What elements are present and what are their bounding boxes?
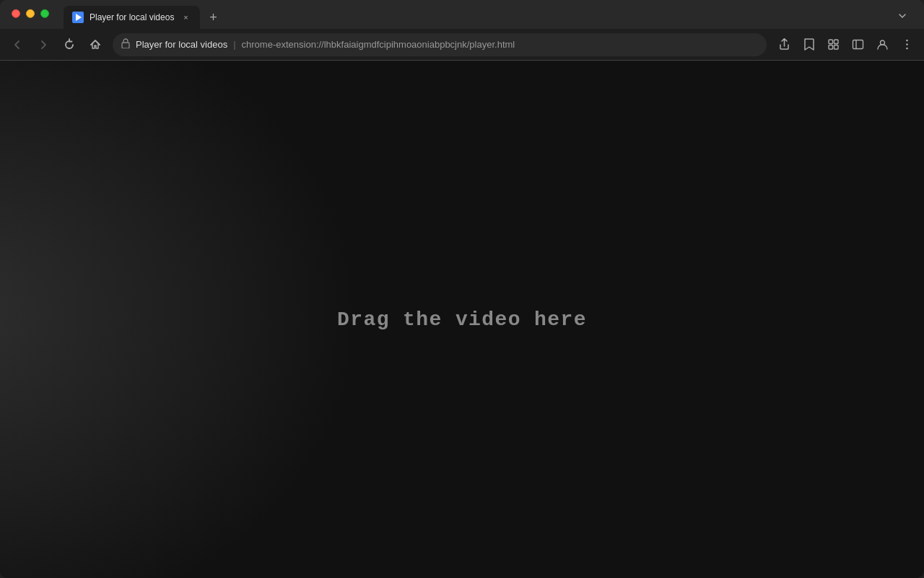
tab-title: Player for local videos — [90, 12, 174, 22]
drop-text: Drag the video here — [337, 309, 587, 331]
browser-frame: Player for local videos × + — [0, 0, 924, 578]
svg-rect-5 — [829, 46, 833, 50]
tab-bar-right — [892, 6, 918, 29]
address-bar[interactable]: Player for local videos | chrome-extensi… — [113, 33, 767, 56]
active-tab[interactable]: Player for local videos × — [64, 6, 200, 29]
nav-bar: Player for local videos | chrome-extensi… — [0, 29, 924, 61]
menu-button[interactable] — [895, 33, 918, 56]
svg-rect-3 — [829, 40, 833, 44]
svg-point-10 — [906, 40, 908, 42]
profile-button[interactable] — [871, 33, 894, 56]
svg-rect-2 — [122, 43, 129, 48]
tabs-container: Player for local videos × + — [64, 4, 223, 29]
svg-rect-7 — [853, 40, 863, 49]
address-divider: | — [233, 39, 235, 50]
svg-point-11 — [906, 43, 908, 46]
sidebar-button[interactable] — [846, 33, 869, 56]
tab-favicon — [72, 12, 84, 23]
share-button[interactable] — [772, 33, 796, 56]
forward-button[interactable] — [32, 33, 55, 56]
content-area: Drag the video here — [0, 61, 924, 578]
maximize-button[interactable] — [40, 9, 49, 18]
lock-icon — [121, 38, 130, 51]
window-controls — [6, 9, 55, 18]
search-tabs-button[interactable] — [892, 6, 912, 26]
bookmark-button[interactable] — [797, 33, 820, 56]
svg-rect-6 — [834, 46, 838, 50]
new-tab-button[interactable]: + — [203, 7, 223, 27]
close-button[interactable] — [12, 9, 20, 18]
back-button[interactable] — [6, 33, 29, 56]
svg-rect-4 — [834, 40, 838, 44]
extensions-button[interactable] — [821, 33, 845, 56]
minimize-button[interactable] — [26, 9, 35, 18]
background-gradient — [0, 61, 361, 578]
reload-button[interactable] — [58, 33, 81, 56]
nav-right-buttons — [772, 33, 918, 56]
home-button[interactable] — [84, 33, 107, 56]
address-url: chrome-extension://lhbkfaiaigmdfcipihmoa… — [242, 39, 758, 50]
address-site-name: Player for local videos — [136, 39, 227, 50]
svg-point-12 — [906, 48, 908, 50]
video-drop-area[interactable]: Drag the video here — [0, 61, 924, 578]
tab-close-button[interactable]: × — [180, 12, 191, 23]
tab-bar: Player for local videos × + — [0, 0, 924, 29]
